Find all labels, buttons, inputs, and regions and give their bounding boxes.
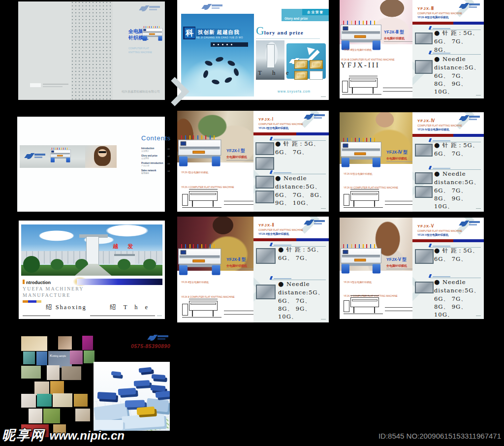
rule-lines — [224, 201, 253, 205]
detail-photo-thumbnail — [415, 172, 433, 184]
product-spread-yfjx4: YFJX-Ⅳ 型全电脑针织横机 YFJX-Ⅳ型全电脑针织横机 YFJX-Ⅳ CO… — [340, 112, 484, 212]
product-left-page: YFJX-Ⅳ 型全电脑针织横机 YFJX-Ⅳ型全电脑针织横机 YFJX-Ⅳ CO… — [340, 112, 412, 212]
red-blue-bar — [253, 132, 329, 135]
needle-spec-text: ● Needle distance:5G、 6G、 7G、 8G、 9G、 10… — [434, 169, 482, 211]
blue-gradient-bar — [77, 279, 162, 285]
machine-line-drawing — [342, 76, 385, 96]
nipic-watermark: 昵享网 www.nipic.cn — [2, 426, 125, 444]
machine-line-drawing — [182, 189, 225, 209]
collage-photo-tile — [70, 350, 83, 364]
puzzle-piece — [139, 367, 152, 373]
rule-lines — [383, 88, 412, 92]
puzzle-piece — [152, 374, 166, 380]
knitting-machine-image — [178, 135, 221, 166]
puzzle-piece — [156, 391, 170, 398]
corner-tag: 企业荣誉 Glory and prize — [282, 9, 329, 21]
company-name: 绍兴县越发机械制造有限公司 — [122, 90, 160, 94]
yuefa-logo-icon — [203, 4, 223, 10]
intro-paragraph-cn: 绍 Shaoxing — [46, 303, 87, 312]
model-badge: YFJX-Ⅱ 型全电脑针织横机 — [226, 257, 253, 269]
product-right-page: YFJX-Ⅴ COMPUTER FLAT KNITTING MACHINE YF… — [412, 218, 484, 319]
certificate-thumbnail — [294, 60, 308, 69]
contents-page: Contents Introduction企业简介01 Glory and pr… — [17, 117, 165, 212]
phone-number: 0575-85390890 — [123, 343, 170, 349]
puzzle-piece — [111, 371, 122, 376]
machine-line-drawing — [344, 189, 387, 209]
caption-cn: YFJX-Ⅱ型全电脑针织横机 — [181, 281, 209, 284]
filmstrip-decoration — [211, 42, 248, 47]
underline-rule — [90, 316, 155, 316]
cover-footer-mark — [30, 83, 69, 92]
knitting-machine-image — [142, 26, 162, 41]
red-blue-bar — [412, 22, 484, 25]
certificate-thumbnail — [310, 60, 323, 69]
corner-tag-cn: 企业荣誉 — [302, 9, 329, 15]
yuefa-logo-icon — [149, 335, 169, 341]
collage-photo-tile — [75, 409, 90, 421]
product-header: YFJX-Ⅴ COMPUTER FLAT KNITTING MACHINE YF… — [417, 224, 476, 237]
watermark-site-name: 昵享网 — [2, 428, 45, 443]
contents-item: Product introduction产品介绍03 — [141, 162, 163, 167]
page-number-mark — [476, 95, 481, 96]
collage-photo-tile — [62, 366, 81, 380]
photo-title: 技创新 超越自我 — [196, 29, 241, 36]
page-number-mark — [321, 208, 326, 209]
knitting-machine-image — [341, 138, 381, 167]
gauge-spec-text: ● 针 距：5G、 6G、 7G、 — [275, 139, 327, 157]
product-spread-yfjx3: YFJX-Ⅲ 型全电脑针织横机 YFJX-Ⅲ型全电脑针织横机 YFJX-Ⅲ CO… — [340, 0, 484, 98]
watermark-site-url: www.nipic.cn — [50, 429, 125, 442]
caption-en: YFJX-Ⅰ COMPUTER FLAT KNITTING MACHINE — [181, 186, 234, 189]
yuefa-logo-icon — [26, 153, 46, 159]
needle-spec-text: ● Needle distance:5G、 6G、 7G、 8G、 9G、 10… — [275, 174, 327, 207]
collage-photo-tile — [21, 336, 47, 351]
brochure-cover-page: 全电脑 针织横机 COMPUTER FLAT KNITTING MACHINE … — [18, 1, 165, 100]
contents-item: Introduction企业简介01 — [141, 147, 163, 152]
collage-photo-tile — [29, 409, 42, 423]
puzzle-piece — [134, 380, 150, 386]
product-right-page: YFJX-Ⅱ COMPUTER FLAT KNITTING MACHINE YF… — [253, 217, 329, 322]
rule-lines — [385, 201, 412, 205]
contents-list: Introduction企业简介01 Glory and prize企业荣誉02… — [141, 147, 163, 177]
model-badge: YFJX-Ⅳ 型全电脑针织横机 — [386, 150, 412, 162]
model-badge: YFJX-Ⅴ 型全电脑针织横机 — [386, 257, 412, 269]
introduction-page: 越 发 ntroduction YUEFA MACHINERYMANUFACTU… — [19, 221, 165, 319]
collage-photo-tile — [23, 351, 35, 364]
collage-photo-tile — [84, 350, 94, 363]
detail-photo-thumbnail — [415, 144, 433, 157]
gauge-spec-text: ● 针 距：5G、 6G、 7G、 — [434, 141, 482, 158]
needle-spec-text: ● Needle distance:5G、 6G、 7G、 8G、 9G、 10… — [434, 278, 482, 319]
collage-photo-tile — [50, 381, 64, 395]
product-spread-yfjx1: YFJX-Ⅰ 型全电脑针织横机 YFJX-Ⅰ型全电脑针织横机 YFJX-Ⅰ CO… — [177, 111, 329, 212]
company-name-en: YUEFA MACHINERYMANUFACTURE — [23, 286, 84, 298]
product-right-page: YFJX-Ⅲ COMPUTER FLAT KNITTING MACHINE YF… — [412, 0, 484, 98]
caption-en: YFJX-Ⅱ COMPUTER FLAT KNITTING MACHINE — [181, 295, 235, 298]
contents-item: Sales network销售网络04 — [141, 169, 163, 174]
photo-pinyin: KE JI CHUANG XIN CHAO YUE ZI WO — [196, 36, 243, 39]
collage-photo-tile — [82, 336, 93, 350]
cover-pattern-strip — [71, 1, 113, 100]
collage-photo-tile — [21, 394, 36, 408]
image-id-text: ID:8545 NO:20090615153311967471 — [378, 432, 501, 440]
page-number-mark — [476, 208, 481, 209]
introduction-title: ntroduction — [23, 280, 51, 285]
rule-lines — [224, 311, 253, 315]
puzzle-piece — [137, 407, 155, 415]
intro-paragraph-en: 绍 T h e — [110, 303, 151, 312]
detail-photo-thumbnail — [255, 191, 274, 203]
detail-photo-thumbnail — [255, 157, 274, 170]
website-url: www.sxyuefa.com — [278, 90, 311, 93]
contents-banner — [20, 145, 117, 168]
model-photo — [85, 145, 117, 168]
caption-cn: YFJX-Ⅲ型全电脑针织横机 — [344, 48, 372, 51]
photo-title-initial-box: 科 — [183, 27, 195, 39]
page-number-mark — [321, 319, 326, 320]
section-headline: Glory and prize — [256, 25, 320, 39]
body-text: T h e — [258, 69, 293, 77]
caption-cn: YFJX-Ⅴ型全电脑针织横机 — [344, 281, 372, 284]
underline-rule — [23, 316, 50, 316]
product-left-page: YFJX-Ⅱ 型全电脑针织横机 YFJX-Ⅱ型全电脑针织横机 YFJX-Ⅱ CO… — [177, 217, 253, 322]
machine-line-drawing — [182, 299, 225, 319]
collage-photo-tile — [21, 366, 41, 379]
color-blocks-decoration — [23, 300, 41, 303]
model-display-text: YFJX-III — [341, 61, 380, 69]
